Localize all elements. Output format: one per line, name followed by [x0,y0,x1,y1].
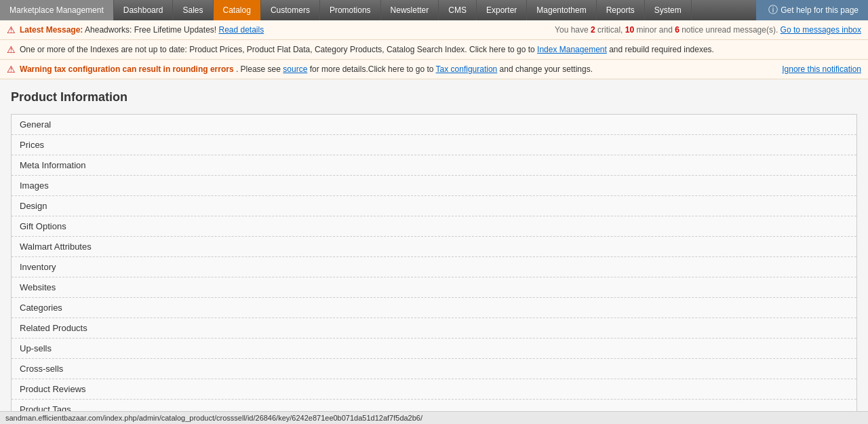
notification-2: ⚠ One or more of the Indexes are not up … [0,40,868,60]
notif-error-icon-2: ⚠ [7,44,16,55]
help-icon: ⓘ [768,4,778,16]
panel-item-websites[interactable]: Websites [12,277,856,298]
notif-right-3: Ignore this notification [782,64,861,74]
notif-text-3: Warning tax configuration can result in … [20,64,782,74]
panel-item-related-products[interactable]: Related Products [12,318,856,339]
nav-item-marketplace[interactable]: Marketplace Management [0,0,114,20]
page-title: Product Information [11,90,857,104]
panel-item-up-sells[interactable]: Up-sells [12,339,856,359]
notice-count: 6 [675,25,679,35]
status-url: sandman.efficientbazaar.com/index.php/ad… [5,414,422,422]
ignore-notification-link[interactable]: Ignore this notification [782,64,861,74]
panel-item-general[interactable]: General [12,115,856,135]
nav-item-sales[interactable]: Sales [173,0,213,20]
nav-item-system[interactable]: System [645,0,692,20]
nav-item-dashboard[interactable]: Dashboard [114,0,174,20]
nav-item-cms[interactable]: CMS [439,0,477,20]
notif-bold-1: Latest Message: [20,25,83,35]
panel-item-walmart-attributes[interactable]: Walmart Attributes [12,237,856,257]
panel-item-images[interactable]: Images [12,176,856,196]
panel-item-gift-options[interactable]: Gift Options [12,216,856,237]
top-navigation: Marketplace ManagementDashboardSalesCata… [0,0,868,20]
panel-item-design[interactable]: Design [12,196,856,216]
nav-item-promotions[interactable]: Promotions [320,0,381,20]
panel-item-inventory[interactable]: Inventory [12,257,856,277]
panel-item-categories[interactable]: Categories [12,298,856,318]
inbox-link[interactable]: Go to messages inbox [781,25,861,35]
source-link[interactable]: source [283,64,307,74]
notif-text-2: One or more of the Indexes are not up to… [20,45,861,54]
notifications-area: ⚠ Latest Message: Aheadworks: Free Lifet… [0,20,868,79]
help-label: Get help for this page [781,5,859,15]
nav-item-magentothem[interactable]: Magentothem [527,0,596,20]
tax-config-link[interactable]: Tax configuration [436,64,498,74]
notification-3: ⚠ Warning tax configuration can result i… [0,60,868,79]
panel-item-prices[interactable]: Prices [12,135,856,155]
notification-1: ⚠ Latest Message: Aheadworks: Free Lifet… [0,20,868,40]
nav-item-catalog[interactable]: Catalog [214,0,261,20]
help-button[interactable]: ⓘ Get help for this page [756,0,868,20]
notif-text-1: Latest Message: Aheadworks: Free Lifetim… [20,25,555,35]
status-bar: sandman.efficientbazaar.com/index.php/ad… [0,411,868,424]
notif-read-details-link[interactable]: Read details [218,25,264,35]
nav-item-customers[interactable]: Customers [261,0,320,20]
notif-error-icon-1: ⚠ [7,24,16,35]
product-info-panel-list: GeneralPricesMeta InformationImagesDesig… [11,114,857,424]
notif-right-1: You have 2 critical, 10 minor and 6 noti… [555,25,861,35]
nav-item-reports[interactable]: Reports [597,0,645,20]
notif-warning-label: Warning tax configuration can result in … [20,64,234,74]
panel-item-cross-sells[interactable]: Cross-sells [12,359,856,379]
panel-item-meta-information[interactable]: Meta Information [12,155,856,176]
nav-item-newsletter[interactable]: Newsletter [381,0,439,20]
main-content: Product Information GeneralPricesMeta In… [0,79,868,424]
nav-item-exporter[interactable]: Exporter [477,0,527,20]
panel-item-product-reviews[interactable]: Product Reviews [12,379,856,400]
minor-count: 10 [625,25,634,35]
critical-count: 2 [591,25,595,35]
notif-error-icon-3: ⚠ [7,64,16,75]
index-management-link[interactable]: Index Management [537,45,607,54]
